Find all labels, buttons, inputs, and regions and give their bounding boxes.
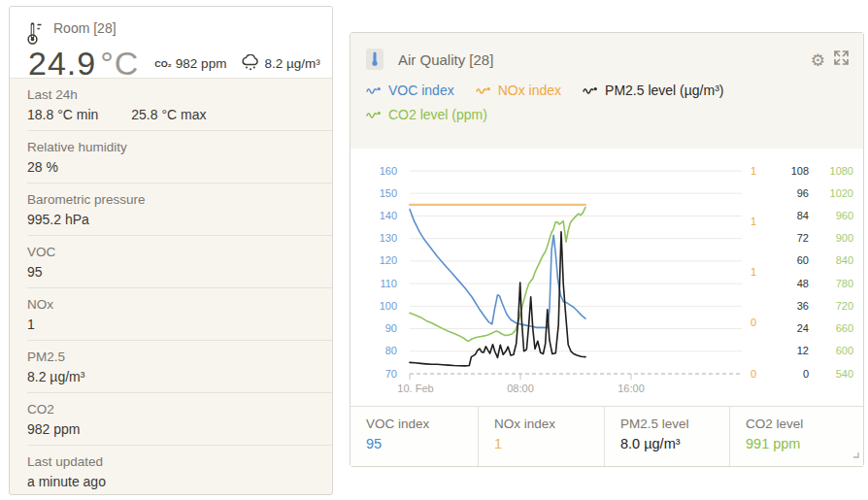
room-header: Room [28] 24.9°C CO₂ 982 ppm bbox=[10, 7, 332, 79]
room-card-title: Room [28] bbox=[53, 20, 117, 36]
stat-row-humidity: Relative humidity 28 % bbox=[27, 131, 332, 183]
co2-inline-value: 982 ppm bbox=[176, 56, 227, 71]
stat-row-last-24h: Last 24h 18.8 °C min 25.8 °C max bbox=[27, 79, 332, 131]
svg-text:84: 84 bbox=[797, 210, 809, 221]
svg-text:16:00: 16:00 bbox=[618, 383, 645, 394]
svg-text:48: 48 bbox=[797, 278, 809, 289]
svg-text:120: 120 bbox=[380, 254, 397, 266]
svg-text:150: 150 bbox=[380, 187, 397, 199]
svg-text:1020: 1020 bbox=[830, 187, 853, 199]
air-quality-title: Air Quality [28] bbox=[398, 51, 493, 68]
svg-text:90: 90 bbox=[385, 322, 397, 334]
wave-icon bbox=[366, 109, 383, 120]
legend-item-voc[interactable]: VOC index bbox=[366, 83, 454, 98]
svg-text:960: 960 bbox=[836, 210, 853, 221]
expand-icon[interactable] bbox=[832, 49, 851, 71]
svg-text:540: 540 bbox=[836, 368, 853, 380]
gear-icon[interactable]: ⚙ bbox=[811, 51, 825, 69]
air-quality-chart: 1601501401301201101009080701110010896847… bbox=[351, 149, 865, 409]
resize-handle-icon[interactable] bbox=[851, 445, 859, 462]
svg-text:12: 12 bbox=[797, 345, 809, 356]
stat-co2-level: CO2 level 991 ppm bbox=[729, 407, 863, 466]
svg-text:100: 100 bbox=[380, 300, 397, 312]
stat-row-co2: CO2 982 ppm bbox=[27, 393, 332, 446]
svg-text:96: 96 bbox=[797, 187, 809, 199]
svg-text:140: 140 bbox=[380, 210, 397, 221]
co2-inline-stat: CO₂ 982 ppm bbox=[154, 56, 226, 71]
svg-text:600: 600 bbox=[836, 345, 853, 356]
svg-text:0: 0 bbox=[803, 368, 809, 380]
svg-text:108: 108 bbox=[791, 165, 809, 177]
svg-text:24: 24 bbox=[797, 322, 809, 334]
svg-text:1: 1 bbox=[751, 165, 756, 177]
co2-icon: CO₂ bbox=[154, 59, 172, 69]
svg-text:36: 36 bbox=[797, 300, 809, 312]
svg-text:1: 1 bbox=[751, 266, 756, 278]
stat-nox-index: NOx index 1 bbox=[478, 407, 604, 466]
room-stats-list: Last 24h 18.8 °C min 25.8 °C max Relativ… bbox=[10, 79, 332, 495]
svg-text:110: 110 bbox=[380, 278, 397, 289]
svg-text:130: 130 bbox=[380, 232, 397, 244]
air-quality-card: Air Quality [28] ⚙ bbox=[350, 32, 864, 467]
wave-icon bbox=[476, 84, 492, 96]
svg-text:780: 780 bbox=[836, 278, 853, 289]
svg-text:160: 160 bbox=[380, 165, 397, 177]
svg-text:80: 80 bbox=[385, 345, 397, 356]
stat-row-nox: NOx 1 bbox=[27, 288, 332, 341]
wave-icon bbox=[583, 84, 599, 96]
svg-text:900: 900 bbox=[836, 232, 853, 244]
thermometer-tile-icon bbox=[366, 49, 384, 70]
air-quality-header: Air Quality [28] ⚙ bbox=[351, 33, 863, 149]
svg-text:60: 60 bbox=[797, 254, 809, 266]
temp-max: 25.8 °C max bbox=[131, 106, 206, 124]
svg-text:660: 660 bbox=[836, 322, 853, 334]
legend-item-pm25[interactable]: PM2.5 level (µg/m³) bbox=[583, 83, 723, 98]
svg-text:840: 840 bbox=[836, 254, 853, 266]
svg-text:10. Feb: 10. Feb bbox=[397, 383, 433, 394]
svg-text:08:00: 08:00 bbox=[507, 383, 534, 394]
legend-item-co2[interactable]: CO2 level (ppm) bbox=[366, 107, 487, 122]
stat-pm25-level: PM2.5 level 8.0 µg/m³ bbox=[604, 407, 729, 466]
stat-voc-index: VOC index 95 bbox=[351, 407, 478, 466]
room-temperature: 24.9°C bbox=[28, 45, 139, 83]
temp-min: 18.8 °C min bbox=[27, 106, 98, 124]
chart-area: 1601501401301201101009080701110010896847… bbox=[351, 149, 863, 409]
svg-text:72: 72 bbox=[797, 232, 809, 244]
stat-row-pressure: Barometric pressure 995.2 hPa bbox=[27, 183, 332, 236]
svg-text:0: 0 bbox=[751, 317, 756, 328]
chart-legend: VOC index NOx index PM2.5 level (µg/m³) bbox=[366, 83, 851, 122]
stat-row-last-updated: Last updated a minute ago bbox=[27, 446, 332, 495]
svg-text:70: 70 bbox=[385, 368, 397, 380]
svg-text:720: 720 bbox=[836, 300, 853, 312]
current-values-row: VOC index 95 NOx index 1 PM2.5 level 8.0… bbox=[351, 406, 863, 466]
svg-text:1: 1 bbox=[751, 216, 756, 227]
pm25-inline-stat: 8.2 µg/m³ bbox=[241, 54, 319, 74]
pm25-inline-value: 8.2 µg/m³ bbox=[264, 56, 319, 71]
temperature-unit: °C bbox=[100, 45, 139, 82]
svg-text:0: 0 bbox=[751, 368, 756, 380]
wave-icon bbox=[366, 84, 383, 96]
legend-item-nox[interactable]: NOx index bbox=[476, 83, 561, 98]
room-card: Room [28] 24.9°C CO₂ 982 ppm bbox=[9, 6, 333, 495]
stat-row-pm25: PM2.5 8.2 µg/m³ bbox=[27, 341, 332, 393]
svg-text:1080: 1080 bbox=[830, 165, 853, 177]
particulates-icon bbox=[241, 54, 260, 74]
stat-row-voc: VOC 95 bbox=[27, 236, 332, 288]
